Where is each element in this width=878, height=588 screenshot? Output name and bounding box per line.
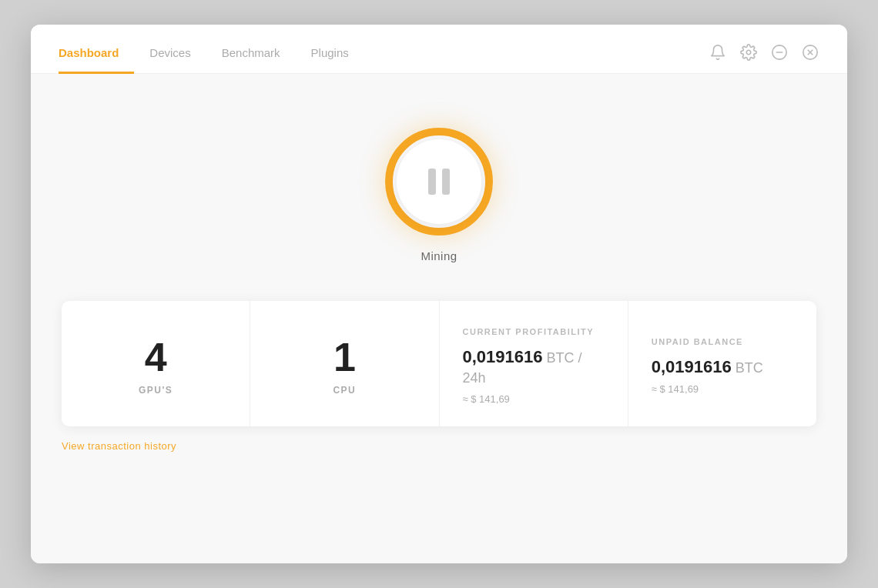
gpus-label: GPU'S xyxy=(139,385,173,396)
unpaid-btc: 0,0191616 BTC xyxy=(652,357,763,377)
app-window: Dashboard Devices Benchmark Plugins xyxy=(31,25,847,563)
mining-label: Mining xyxy=(421,249,457,262)
cpu-label: CPU xyxy=(333,385,356,396)
pause-bar-right xyxy=(442,169,450,195)
mining-button[interactable] xyxy=(385,128,493,236)
profitability-usd: ≈ $ 141,69 xyxy=(463,393,510,405)
navbar: Dashboard Devices Benchmark Plugins xyxy=(31,25,847,74)
stat-card-profitability: CURRENT PROFITABILITY 0,0191616 BTC / 24… xyxy=(440,301,628,426)
pause-icon xyxy=(428,169,450,195)
stat-card-cpu: 1 CPU xyxy=(250,301,439,426)
profitability-title: CURRENT PROFITABILITY xyxy=(463,327,595,336)
settings-icon[interactable] xyxy=(739,43,758,62)
tab-plugins[interactable]: Plugins xyxy=(296,38,364,74)
tab-dashboard[interactable]: Dashboard xyxy=(59,38,134,74)
svg-point-0 xyxy=(746,50,751,55)
stat-card-unpaid: UNPAID BALANCE 0,0191616 BTC ≈ $ 141,69 xyxy=(628,301,816,426)
profitability-btc: 0,0191616 BTC / 24h xyxy=(463,347,605,387)
stats-row: 4 GPU'S 1 CPU CURRENT PROFITABILITY 0,01… xyxy=(62,301,816,426)
bottom-hint[interactable]: View transaction history xyxy=(62,426,816,458)
main-content: Mining 4 GPU'S 1 CPU CURRENT PROFITABILI… xyxy=(31,74,847,563)
mining-section: Mining xyxy=(385,128,493,262)
close-icon[interactable] xyxy=(801,43,819,62)
gpus-count: 4 xyxy=(145,337,167,377)
pause-bar-left xyxy=(428,169,436,195)
window-controls xyxy=(709,43,819,69)
tab-benchmark[interactable]: Benchmark xyxy=(206,38,296,74)
nav-tabs: Dashboard Devices Benchmark Plugins xyxy=(59,38,364,73)
cpu-count: 1 xyxy=(333,337,356,377)
tab-devices[interactable]: Devices xyxy=(134,38,206,74)
minimize-icon[interactable] xyxy=(770,43,789,62)
unpaid-title: UNPAID BALANCE xyxy=(652,337,743,346)
notifications-icon[interactable] xyxy=(709,43,727,62)
mining-inner-button[interactable] xyxy=(397,139,481,224)
unpaid-usd: ≈ $ 141,69 xyxy=(652,383,699,395)
stat-card-gpus: 4 GPU'S xyxy=(62,301,250,426)
